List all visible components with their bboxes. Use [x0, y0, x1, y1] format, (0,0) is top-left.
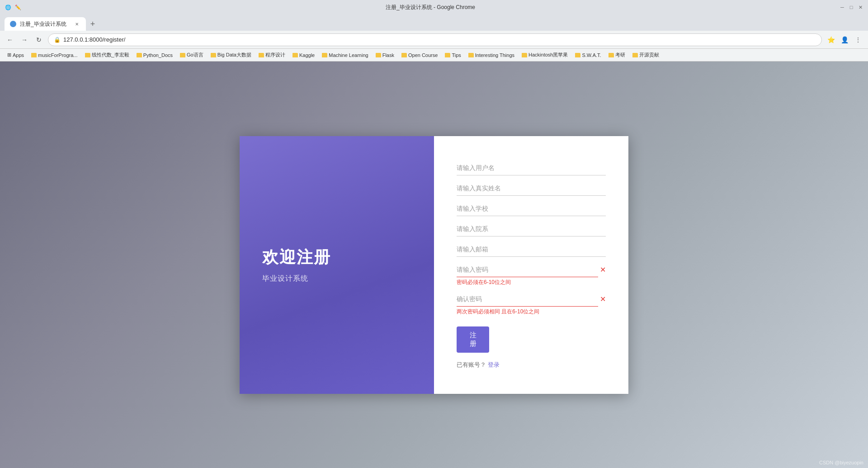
folder-icon [85, 53, 90, 57]
minimize-icon[interactable]: ─ [839, 4, 845, 10]
bookmark-hackintosh[interactable]: Hackintosh黑苹果 [519, 51, 571, 59]
folder-icon [137, 53, 142, 57]
bookmark-programming[interactable]: 程序设计 [256, 51, 288, 59]
school-field [457, 201, 606, 216]
right-panel: ✕ 密码必须在6-10位之间 ✕ 两次密码必须相同 且在6-10位之间 注册 已… [434, 136, 628, 394]
left-panel: 欢迎注册 毕业设计系统 [240, 136, 434, 394]
folder-icon [632, 53, 638, 57]
profile-icon[interactable]: 👤 [839, 34, 850, 45]
bookmark-flask[interactable]: Flask [373, 52, 397, 59]
password-input[interactable] [457, 262, 598, 277]
nav-bar: ← → ↻ 🔒 127.0.0.1:8000/register/ ⭐ 👤 ⋮ [0, 31, 868, 49]
folder-icon [292, 53, 298, 57]
confirm-error-message: 两次密码必须相同 且在6-10位之间 [457, 308, 606, 316]
password-wrapper: ✕ [457, 262, 606, 277]
realname-field [457, 181, 606, 196]
edit-icon: ✏️ [14, 4, 22, 11]
bookmark-linear[interactable]: 线性代数_李宏毅 [82, 51, 132, 59]
register-button[interactable]: 注册 [457, 326, 489, 353]
welcome-title: 欢迎注册 [262, 246, 411, 269]
login-hint: 已有账号？ 登录 [457, 361, 606, 369]
email-field [457, 242, 606, 257]
forward-button[interactable]: → [19, 34, 30, 45]
watermark: CSDN @biyezuopin [819, 460, 863, 465]
system-subtitle: 毕业设计系统 [262, 274, 411, 284]
google-icon: 🌐 [5, 4, 12, 11]
bookmark-bigdata[interactable]: Big Data大数据 [208, 51, 254, 59]
bookmark-tips[interactable]: Tips [442, 52, 463, 59]
back-button[interactable]: ← [5, 34, 15, 45]
bookmark-interesting[interactable]: Interesting Things [466, 52, 517, 59]
folder-icon [31, 53, 37, 57]
confirm-password-field: ✕ 两次密码必须相同 且在6-10位之间 [457, 292, 606, 316]
folder-icon [575, 53, 580, 57]
reload-button[interactable]: ↻ [33, 34, 44, 45]
username-field [457, 161, 606, 175]
login-hint-text: 已有账号？ [457, 361, 486, 368]
bookmark-music[interactable]: musicForProgra... [28, 52, 80, 59]
url-text: 127.0.0.1:8000/register/ [63, 36, 816, 43]
folder-icon [180, 53, 185, 57]
folder-icon [401, 53, 407, 57]
bookmark-opensource[interactable]: 开源贡献 [630, 51, 662, 59]
folder-icon [468, 53, 474, 57]
folder-icon [376, 53, 381, 57]
confirm-password-input[interactable] [457, 292, 598, 307]
bookmark-apps[interactable]: ⊞ Apps [5, 51, 27, 59]
bookmark-swat[interactable]: S.W.A.T. [572, 52, 604, 59]
tab-favicon [10, 21, 16, 27]
tab-title: 注册_毕业设计系统 [20, 20, 70, 28]
folder-icon [322, 53, 327, 57]
folder-icon [609, 53, 614, 57]
active-tab[interactable]: 注册_毕业设计系统 ✕ [5, 17, 86, 31]
window-title: 注册_毕业设计系统 - Google Chrome [22, 4, 839, 11]
department-input[interactable] [457, 222, 606, 236]
title-bar: 🌐 ✏️ 注册_毕业设计系统 - Google Chrome ─ □ ✕ [0, 0, 868, 14]
menu-icon[interactable]: ⋮ [853, 34, 863, 45]
bookmark-opencourse[interactable]: Open Course [399, 52, 440, 59]
folder-icon [445, 53, 450, 57]
department-field [457, 222, 606, 236]
bookmark-ml[interactable]: Machine Learning [319, 52, 371, 59]
registration-card: 欢迎注册 毕业设计系统 [240, 136, 628, 394]
folder-icon [522, 53, 527, 57]
new-tab-button[interactable]: + [86, 17, 99, 31]
login-link[interactable]: 登录 [488, 361, 500, 368]
restore-icon[interactable]: □ [848, 4, 854, 10]
bookmark-python[interactable]: Python_Docs [134, 52, 175, 59]
password-error-message: 密码必须在6-10位之间 [457, 279, 606, 286]
password-field: ✕ 密码必须在6-10位之间 [457, 262, 606, 286]
apps-label: ⊞ [7, 52, 11, 58]
lock-icon: 🔒 [54, 37, 61, 43]
confirm-clear-icon[interactable]: ✕ [600, 295, 606, 303]
folder-icon [259, 53, 264, 57]
school-input[interactable] [457, 201, 606, 216]
folder-icon [211, 53, 216, 57]
tab-bar: 注册_毕业设计系统 ✕ + [0, 14, 868, 31]
username-input[interactable] [457, 161, 606, 175]
page-background: 欢迎注册 毕业设计系统 [0, 61, 868, 468]
extensions-icon[interactable]: ⭐ [826, 34, 836, 45]
password-clear-icon[interactable]: ✕ [600, 265, 606, 274]
confirm-wrapper: ✕ [457, 292, 606, 307]
bookmarks-bar: ⊞ Apps musicForProgra... 线性代数_李宏毅 Python… [0, 49, 868, 61]
bookmark-go[interactable]: Go语言 [177, 51, 206, 59]
close-icon[interactable]: ✕ [857, 4, 863, 10]
realname-input[interactable] [457, 181, 606, 196]
tab-close-button[interactable]: ✕ [73, 20, 80, 28]
bookmark-exam[interactable]: 考研 [606, 51, 628, 59]
bookmark-kaggle[interactable]: Kaggle [290, 52, 317, 59]
address-bar[interactable]: 🔒 127.0.0.1:8000/register/ [48, 33, 822, 46]
email-input[interactable] [457, 242, 606, 257]
